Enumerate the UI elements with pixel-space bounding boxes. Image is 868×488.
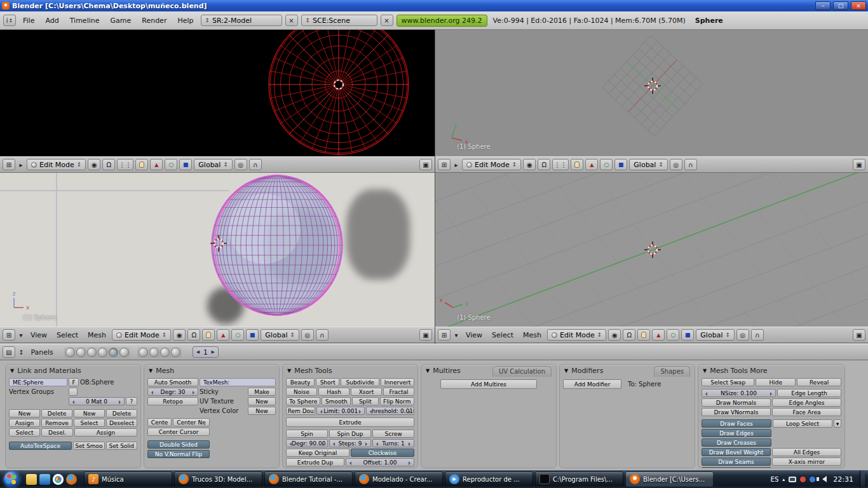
vgroup-delete-button[interactable]: Delete (41, 409, 72, 417)
render-preview-icon[interactable]: ▣ (419, 159, 432, 170)
task-browser-3[interactable]: Modelado - Crear... (355, 471, 443, 487)
smooth-button[interactable]: Smooth (322, 397, 351, 405)
context-editing-icon[interactable] (109, 348, 118, 357)
editor-type-info-icon[interactable]: i ↕ (3, 15, 16, 26)
vgroup-assign-button[interactable]: Assign (9, 419, 40, 427)
manipulator-translate-icon[interactable]: ▲ (585, 159, 598, 170)
manipulator-rotate-icon[interactable]: ○ (600, 159, 613, 170)
menu-timeline[interactable]: Timeline (66, 16, 104, 25)
mesh-datablock-field[interactable]: ME:Sphere (9, 378, 67, 386)
layer-dots-icon[interactable]: ⋮⋮ (117, 159, 133, 170)
manipulator-translate-icon[interactable]: ▲ (652, 329, 665, 341)
to-sphere-button[interactable]: To Sphere (286, 397, 320, 405)
pivot-dropdown[interactable]: Ω (538, 159, 550, 170)
menus-collapse-icon[interactable]: ▸ (17, 159, 25, 170)
select-swap-button[interactable]: Select Swap (702, 378, 754, 386)
context-script-icon[interactable] (76, 348, 86, 357)
manipulator-scale-icon[interactable]: ■ (179, 159, 192, 170)
spin-dup-button[interactable]: Spin Dup (329, 430, 371, 438)
proportional-edit-dropdown[interactable]: ◎ (234, 159, 247, 170)
auto-smooth-toggle[interactable]: Auto Smooth (147, 378, 198, 386)
viewport-canvas[interactable]: yx (435, 173, 868, 327)
subcontext-world-icon[interactable] (171, 348, 180, 357)
manipulator-translate-icon[interactable]: ▲ (217, 329, 229, 341)
autotexspace-toggle[interactable]: AutoTexSpace (9, 442, 72, 450)
context-object-icon[interactable] (98, 348, 107, 357)
vgroup-deselect-button[interactable]: Desel. (41, 428, 72, 437)
orientation-dropdown[interactable]: Global ↕ (261, 329, 299, 341)
center-cursor-button[interactable]: Center Cursor (147, 428, 210, 436)
degrees-field[interactable]: Degr: 90.00 (286, 439, 328, 447)
texmesh-field[interactable]: TexMesh: (200, 378, 276, 386)
manipulator-rotate-icon[interactable]: ○ (165, 159, 177, 170)
draw-faces-toggle[interactable]: Draw Faces (702, 419, 771, 428)
editor-type-icon[interactable]: ⊞ (3, 159, 15, 170)
show-desktop-button[interactable] (860, 471, 865, 487)
menu-select[interactable]: Select (53, 330, 82, 340)
reveal-button[interactable]: Reveal (797, 378, 841, 386)
menu-render[interactable]: Render (138, 16, 170, 25)
panel-header[interactable]: ▼ Mesh (149, 367, 174, 375)
frame-number-field[interactable]: ◀ 1 ▶ (193, 346, 219, 358)
mode-dropdown[interactable]: Edit Mode ↕ (112, 329, 171, 341)
split-button[interactable]: Split (352, 397, 378, 405)
menu-add[interactable]: Add (41, 16, 62, 25)
panel-collapse-icon[interactable]: ▼ (10, 368, 14, 374)
subcontext-material-icon[interactable] (149, 348, 159, 357)
render-preview-icon[interactable]: ▣ (853, 329, 865, 341)
edge-angles-toggle[interactable]: Edge Angles (772, 398, 841, 407)
loop-select-button[interactable]: Loop Select (773, 419, 832, 428)
no-vnormal-flip-toggle[interactable]: No V.Normal Flip (147, 450, 210, 458)
innervert-button[interactable]: Innervert (381, 378, 414, 386)
beauty-toggle[interactable]: Beauty (286, 378, 315, 386)
manipulator-hand-icon[interactable] (571, 159, 583, 170)
panel-collapse-icon[interactable]: ▼ (564, 368, 568, 374)
menus-collapse-icon[interactable]: ▸ (452, 159, 460, 170)
auto-smooth-degrees-field[interactable]: Degr: 30 (147, 388, 198, 396)
context-scene-icon[interactable] (119, 348, 129, 357)
panel-collapse-icon[interactable]: ▼ (703, 368, 707, 374)
hide-button[interactable]: Hide (756, 378, 796, 386)
mode-dropdown[interactable]: Edit Mode ↕ (27, 159, 86, 170)
pivot-dropdown[interactable]: Ω (623, 329, 635, 341)
vgroup-select-button[interactable]: Select (9, 428, 40, 437)
manipulator-scale-icon[interactable]: ■ (681, 329, 694, 341)
manipulator-hand-icon[interactable] (135, 159, 148, 170)
layer-dots-icon[interactable]: ⋮⋮ (552, 159, 569, 170)
viewport-canvas[interactable] (0, 30, 435, 156)
viewport-front-with-background-image[interactable]: zx (1) Sphere (0, 173, 435, 327)
nsize-field[interactable]: NSize: 0.100 (702, 389, 776, 397)
all-edges-toggle[interactable]: All Edges (772, 448, 841, 456)
subdivide-button[interactable]: Subdivide (341, 378, 379, 386)
extrude-button[interactable]: Extrude (286, 417, 414, 427)
viewport-canvas[interactable]: zx (0, 173, 435, 327)
proportional-edit-dropdown[interactable]: ◎ (670, 159, 682, 170)
screen-delete-button[interactable]: × (285, 15, 298, 26)
viewport-top-ortho[interactable] (0, 30, 435, 156)
editor-type-buttons-icon[interactable]: ▤ (3, 346, 15, 358)
increment-icon[interactable]: ▶ (212, 349, 215, 355)
tray-red-app-icon[interactable] (800, 477, 806, 482)
manipulator-rotate-icon[interactable]: ○ (667, 329, 679, 341)
orientation-dropdown[interactable]: Global ↕ (194, 159, 233, 170)
offset-field[interactable]: Offset: 1.00 (346, 458, 414, 466)
flip-norm-button[interactable]: Flip Norm (380, 397, 414, 405)
draw-sharp-toggle[interactable]: Draw Sharp (702, 467, 771, 468)
viewport-shading-dropdown[interactable]: ◉ (523, 159, 536, 170)
task-command-prompt[interactable]: C:\Program Files\... (535, 471, 623, 487)
panel-collapse-icon[interactable]: ▼ (287, 368, 291, 374)
turns-field[interactable]: Turns: 1 (372, 439, 414, 447)
editor-type-icon[interactable]: ⊞ (438, 329, 451, 341)
close-button[interactable]: × (851, 1, 866, 10)
fractal-button[interactable]: Fractal (383, 388, 414, 396)
material-delete-button[interactable]: Delete (106, 409, 137, 417)
double-sided-toggle[interactable]: Double Sided (147, 440, 210, 449)
mode-dropdown[interactable]: Edit Mode ↕ (547, 329, 606, 341)
manipulator-scale-icon[interactable]: ■ (614, 159, 627, 170)
vertex-color-new-button[interactable]: New (248, 407, 276, 415)
snap-icon[interactable]: ∩ (249, 159, 262, 170)
viewport-shading-dropdown[interactable]: ◉ (608, 329, 621, 341)
menu-help[interactable]: Help (173, 16, 197, 25)
tab-shapes[interactable]: Shapes (654, 366, 690, 377)
threshold-field[interactable]: hreshold: 0.010 (366, 407, 414, 415)
